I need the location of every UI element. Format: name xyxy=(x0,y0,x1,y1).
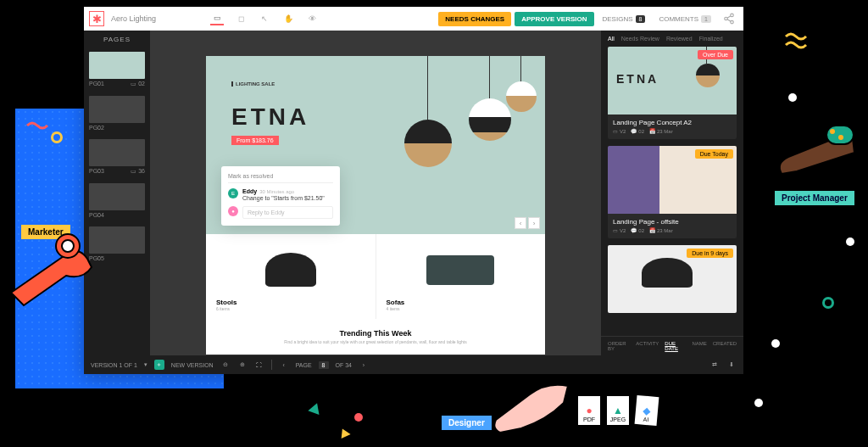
next-page-button[interactable]: › xyxy=(359,360,369,370)
version-label[interactable]: VERSION 1 OF 1 xyxy=(91,362,137,368)
reply-input[interactable]: Reply to Eddy xyxy=(242,206,333,219)
svg-point-6 xyxy=(830,129,835,134)
sofa-icon xyxy=(426,255,494,285)
designs-panel: All Needs Review Reviewed Finalized Over… xyxy=(601,31,743,355)
app-window: ✱ Aero Lighting ▭ ◻ ↖ ✋ 👁 NEEDS CHANGES … xyxy=(84,7,743,374)
page-thumbnails: PG01▭ 02 PG02 PG03▭ 36 PG04 PG05 xyxy=(84,48,150,355)
pm-label: Project Manager xyxy=(775,191,854,205)
hero-nav: ‹ › xyxy=(515,217,540,229)
category-card[interactable]: Stools 6 items xyxy=(206,234,376,319)
lamp-icon xyxy=(506,81,537,112)
filter-tabs: All Needs Review Reviewed Finalized xyxy=(601,31,743,47)
sidebar-title: PAGES xyxy=(84,31,150,48)
comment-author: Eddy xyxy=(242,188,257,194)
comments-tab[interactable]: COMMENTS1 xyxy=(654,12,716,26)
lamp-icon xyxy=(469,98,511,141)
artboard: LIGHTING SALE ETNA From $183.76 ‹ › Mark… xyxy=(206,56,545,355)
page-thumb[interactable]: PG01▭ 02 xyxy=(84,48,150,92)
comment-popup: Mark as resolved E Eddy30 Minutes ago Ch… xyxy=(221,166,340,226)
comments-count: 💬 02 xyxy=(631,227,644,233)
tool-eye-icon[interactable]: 👁 xyxy=(305,12,319,25)
designs-tab[interactable]: DESIGNS8 xyxy=(598,12,651,26)
design-card[interactable]: Over Due ETNA Landing Page Concept A2 ▭ … xyxy=(608,47,737,139)
prev-page-button[interactable]: ‹ xyxy=(279,360,289,370)
share-icon[interactable] xyxy=(723,13,735,25)
order-by-row: ORDER BY ACTIVITY DUE DATE NAME CREATED xyxy=(601,336,743,355)
designer-label: Designer xyxy=(442,416,492,430)
topbar: ✱ Aero Lighting ▭ ◻ ↖ ✋ 👁 NEEDS CHANGES … xyxy=(84,7,743,31)
order-name[interactable]: NAME xyxy=(692,341,706,351)
filter-all[interactable]: All xyxy=(608,36,615,42)
new-version-button[interactable]: ＋ xyxy=(154,360,164,370)
comment-time: 30 Minutes ago xyxy=(259,189,294,194)
filter-finalized[interactable]: Finalized xyxy=(699,36,723,42)
bottombar: VERSION 1 OF 1▾ ＋ NEW VERSION ⊖ ⊕ ⛶ ‹ PA… xyxy=(84,355,743,374)
card-title: Landing Page Concept A2 xyxy=(608,115,737,128)
stool-icon xyxy=(265,253,316,287)
svg-point-2 xyxy=(731,20,734,24)
comments-count: 💬 02 xyxy=(631,128,644,134)
filter-reviewed[interactable]: Reviewed xyxy=(666,36,693,42)
needs-changes-button[interactable]: NEEDS CHANGES xyxy=(438,12,511,26)
category-card[interactable]: Sofas 4 items xyxy=(376,234,546,319)
comment-header[interactable]: Mark as resolved xyxy=(228,173,333,183)
date-label: 📅 23 Mar xyxy=(649,227,673,233)
tool-shape-icon[interactable]: ◻ xyxy=(234,12,248,25)
svg-point-0 xyxy=(731,14,734,17)
project-name: Aero Lighting xyxy=(111,14,156,23)
toolbar: ▭ ◻ ↖ ✋ 👁 xyxy=(210,12,319,25)
marketer-label: Marketer xyxy=(21,225,70,239)
card-title: Landing Page - offsite xyxy=(608,214,737,227)
lamp-icon xyxy=(404,120,452,167)
page-current[interactable]: 8 xyxy=(319,361,329,369)
page-thumb[interactable]: PG02 xyxy=(84,92,150,136)
page-label: PAGE xyxy=(296,362,312,368)
page-thumb[interactable]: PG05 xyxy=(84,223,150,266)
design-card[interactable]: Due in 9 days xyxy=(608,245,737,313)
version-badge: ▭ V2 xyxy=(613,128,626,134)
approve-version-button[interactable]: APPROVE VERSION xyxy=(515,12,593,26)
comment-text: Change to "Starts from $21.50" xyxy=(242,195,325,201)
zoom-out-icon[interactable]: ⊖ xyxy=(220,360,231,370)
order-duedate[interactable]: DUE DATE xyxy=(665,341,686,351)
due-badge: Due in 9 days xyxy=(687,249,733,258)
order-label: ORDER BY xyxy=(608,341,630,351)
due-badge: Due Today xyxy=(695,149,733,159)
tool-rect-icon[interactable]: ▭ xyxy=(210,12,224,25)
order-activity[interactable]: ACTIVITY xyxy=(636,341,659,351)
zoom-in-icon[interactable]: ⊕ xyxy=(237,360,248,370)
page-thumb[interactable]: PG04 xyxy=(84,180,150,223)
avatar: E xyxy=(228,188,238,198)
page-thumb[interactable]: PG03▭ 36 xyxy=(84,136,150,180)
order-created[interactable]: CREATED xyxy=(713,341,737,351)
page-of: OF 34 xyxy=(336,362,352,368)
hand-pm-icon xyxy=(746,119,856,187)
tool-pointer-icon[interactable]: ↖ xyxy=(258,12,271,25)
new-version-label[interactable]: NEW VERSION xyxy=(171,362,214,368)
due-badge: Over Due xyxy=(698,50,733,59)
design-canvas[interactable]: LIGHTING SALE ETNA From $183.76 ‹ › Mark… xyxy=(150,31,601,355)
next-button[interactable]: › xyxy=(528,217,540,229)
filter-needs[interactable]: Needs Review xyxy=(621,36,659,42)
svg-point-7 xyxy=(838,135,843,140)
version-chevron-icon[interactable]: ▾ xyxy=(144,361,147,368)
hero-tag: LIGHTING SALE xyxy=(231,81,520,87)
prev-button[interactable]: ‹ xyxy=(515,217,526,229)
svg-point-1 xyxy=(725,17,728,20)
trending-section: Trending This Week Find a bright idea to… xyxy=(206,319,545,355)
download-icon[interactable]: ⬇ xyxy=(726,360,737,370)
tool-hand-icon[interactable]: ✋ xyxy=(281,12,295,25)
logo-icon[interactable]: ✱ xyxy=(89,11,104,26)
pages-sidebar: PAGES PG01▭ 02 PG02 PG03▭ 36 PG04 PG05 xyxy=(84,31,150,355)
version-badge: ▭ V2 xyxy=(613,227,626,233)
hand-designer-icon xyxy=(487,382,572,441)
design-card[interactable]: Due Today Landing Page - offsite ▭ V2💬 0… xyxy=(608,146,737,238)
toggle-icon[interactable]: ⇄ xyxy=(709,360,720,370)
hero-price: From $183.76 xyxy=(231,136,279,145)
avatar: ● xyxy=(228,206,238,216)
svg-rect-5 xyxy=(826,126,854,144)
fullscreen-icon[interactable]: ⛶ xyxy=(254,360,264,370)
hero-section: LIGHTING SALE ETNA From $183.76 ‹ › Mark… xyxy=(206,56,545,234)
date-label: 📅 23 Mar xyxy=(649,128,673,134)
file-badges: ●PDF ▲JPEG ◆AI xyxy=(576,394,659,427)
